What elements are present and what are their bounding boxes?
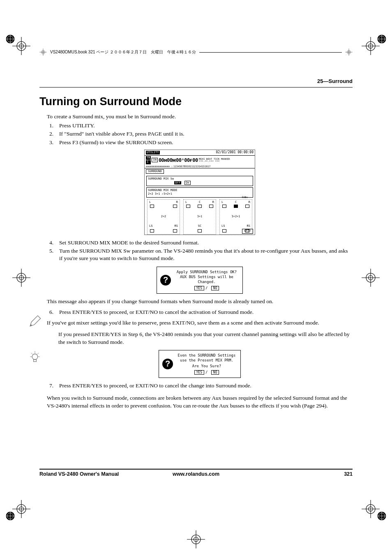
fig-cell-label: 3+2+1 bbox=[220, 215, 252, 219]
print-filename: VS2480OMUS.book 321 ページ ２００６年２月７日 火曜日 午後… bbox=[50, 49, 196, 55]
fig-counter: 1234567891011121314151617 bbox=[173, 165, 210, 168]
step-text: If "Surrnd" isn't visible above F3, pres… bbox=[59, 130, 353, 138]
intro-text: To create a Surround mix, you must be in… bbox=[47, 113, 353, 120]
svg-rect-9 bbox=[34, 359, 37, 362]
registration-corner-icon bbox=[4, 33, 16, 45]
dialog-text: Are You Sure? bbox=[176, 364, 237, 368]
question-icon: ? bbox=[162, 359, 173, 369]
steps-list-a: 1.Press UTILITY. 2.If "Surrnd" isn't vis… bbox=[47, 122, 353, 146]
fig-sw-off: Off bbox=[174, 181, 181, 184]
fig-mode-label: SURROUND MIX MODE bbox=[148, 189, 178, 192]
header-rule bbox=[39, 87, 353, 88]
footer-center: www.rolandus.com bbox=[144, 471, 248, 477]
tip-bulb-icon bbox=[28, 350, 42, 364]
step-text: Turn the SURROUND MIX Sw parameter on. T… bbox=[59, 247, 353, 262]
fig-tab: SURROUND bbox=[146, 169, 164, 174]
fig-sw-on: On bbox=[184, 181, 190, 185]
fig-title-chip: UTILITY bbox=[146, 151, 160, 154]
registration-mark-icon bbox=[362, 269, 380, 287]
registration-mark-icon bbox=[345, 48, 353, 56]
svg-line-14 bbox=[37, 353, 39, 354]
steps-list-b: 4.Set SURROUND MIX MODE to the desired S… bbox=[47, 239, 353, 263]
step-text: Press UTILITY. bbox=[59, 122, 353, 129]
surround-screen-figure: UTILITY 02/01/2001 00:00:00 TR 1 IN 00ʜ0… bbox=[144, 150, 255, 235]
fig-sw-label: SURROUND MIX Sw bbox=[148, 177, 174, 180]
registration-corner-icon bbox=[376, 510, 388, 522]
svg-point-8 bbox=[32, 354, 38, 360]
fig-mode-opts: 2+2 3+1 ✓3+2+1 bbox=[148, 192, 172, 196]
step-text: Press ENTER/YES to proceed, or EXIT/NO t… bbox=[59, 309, 353, 316]
fig-meta: ***-**-*** *** bbox=[199, 160, 230, 163]
fig-one-chip: 1 bbox=[146, 160, 151, 164]
dialog-yes: YES bbox=[194, 286, 204, 290]
fig-in-chip: IN bbox=[152, 158, 157, 162]
question-icon: ? bbox=[160, 275, 171, 286]
steps-list-c: 6.Press ENTER/YES to proceed, or EXIT/NO… bbox=[47, 309, 353, 316]
fig-cell-label: 3+1 bbox=[184, 215, 216, 219]
dialog-yes: YES bbox=[194, 370, 204, 375]
step-text: Set SURROUND MIX MODE to the desired Sur… bbox=[59, 239, 353, 246]
confirm-dialog-2: ? Even the SURROUND Settings use the Pre… bbox=[159, 350, 241, 378]
registration-mark-icon bbox=[39, 48, 47, 56]
closing-text: When you switch to Surround mode, connec… bbox=[47, 394, 353, 409]
footer-left: Roland VS-2480 Owner's Manual bbox=[39, 471, 144, 477]
dialog-text: Apply SURROUND Settings OK? bbox=[174, 269, 239, 274]
svg-line-13 bbox=[31, 353, 32, 354]
dialog-text: AUX BUS Settings will be Changed. bbox=[174, 274, 239, 284]
note-pencil-icon bbox=[28, 314, 42, 328]
dialog-text: Even the SURROUND Settings bbox=[176, 353, 237, 358]
fig-exit: EXIT bbox=[242, 229, 253, 233]
fig-tr-chip: TR bbox=[146, 156, 151, 160]
print-header: VS2480OMUS.book 321 ページ ２００６年２月７日 火曜日 午後… bbox=[39, 48, 353, 56]
step-text: Press ENTER/YES to proceed, or EXIT/NO t… bbox=[59, 382, 353, 389]
registration-corner-icon bbox=[376, 33, 388, 45]
steps-list-d: 7.Press ENTER/YES to proceed, or EXIT/NO… bbox=[47, 382, 353, 389]
fig-cell-label: 2+2 bbox=[148, 215, 180, 219]
dialog-text: use the Present MIX PRM. bbox=[176, 358, 237, 363]
fig-timecode: 00ʜ00ᴍ00ˢ00ғ00 bbox=[159, 157, 198, 164]
step-text: Press F3 (Surrnd) to view the SURROUND s… bbox=[59, 139, 353, 146]
page-footer: Roland VS-2480 Owner's Manual www.roland… bbox=[39, 469, 353, 477]
body-text: If you pressed ENTER/YES in Step 6, the … bbox=[58, 331, 353, 345]
dialog-no: NO bbox=[211, 286, 219, 290]
registration-mark-icon bbox=[187, 530, 205, 548]
page-title: Turning on Surround Mode bbox=[39, 95, 353, 108]
footer-page-number: 321 bbox=[248, 471, 353, 477]
section-header: 25—Surround bbox=[317, 78, 353, 84]
fig-date: 02/01/2001 00:00:00 bbox=[216, 150, 254, 155]
tip-text: If you've got mixer settings you'd like … bbox=[47, 319, 353, 327]
note-text: This message also appears if you change … bbox=[47, 298, 353, 305]
fig-subw: SUBw bbox=[242, 196, 248, 199]
registration-mark-icon bbox=[12, 269, 30, 287]
registration-corner-icon bbox=[4, 510, 16, 522]
confirm-dialog-1: ? Apply SURROUND Settings OK? AUX BUS Se… bbox=[157, 267, 243, 294]
dialog-no: NO bbox=[211, 370, 219, 375]
